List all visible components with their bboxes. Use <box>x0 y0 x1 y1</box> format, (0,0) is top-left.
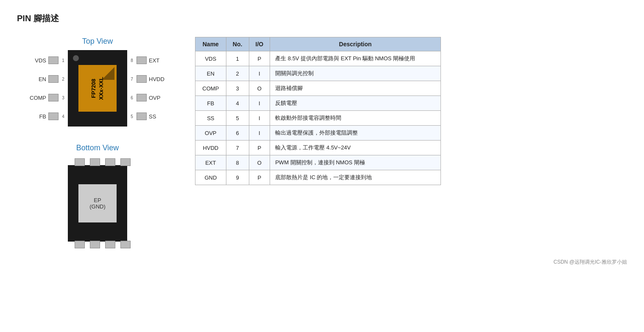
cell-name: SS <box>195 111 226 126</box>
cell-io: P <box>249 51 270 66</box>
ic-top-view: VDS 1 EN 2 COMP 3 FB <box>25 50 170 127</box>
table-row: EXT 8 O PWM 開關控制，連接到 NMOS 閘極 <box>195 155 441 170</box>
table-container: Name No. I/O Description VDS 1 P 產生 8.5V… <box>195 37 441 185</box>
top-view-label: Top View <box>82 37 113 46</box>
pin-description-table: Name No. I/O Description VDS 1 P 產生 8.5V… <box>195 37 441 185</box>
bv-pin-b4 <box>120 241 131 248</box>
cell-name: EN <box>195 66 226 81</box>
cell-desc: 產生 8.5V 提供內部電路與 EXT Pin 驅動 NMOS 閘極使用 <box>270 51 441 66</box>
cell-no: 9 <box>226 170 249 185</box>
bv-ep-label1: EP <box>94 197 101 203</box>
table-row: HVDD 7 P 輸入電源，工作電壓 4.5V~24V <box>195 141 441 155</box>
cell-desc: 輸入電源，工作電壓 4.5V~24V <box>270 141 441 155</box>
pin-number-5: 5 <box>127 112 137 121</box>
pin-box-3 <box>48 94 59 101</box>
bv-pin-t4 <box>120 158 131 166</box>
pin-label-hvdd: HVDD <box>147 76 170 82</box>
pin-number-6: 6 <box>127 93 137 102</box>
content-area: Top View VDS 1 EN 2 COMP <box>17 37 627 250</box>
table-row: SS 5 I 軟啟動外部接電容調整時間 <box>195 111 441 126</box>
bv-pin-b1 <box>75 241 85 248</box>
pin-row-ext: 8 EXT <box>127 51 170 70</box>
ic-bottom-view: EP (GND) <box>55 157 140 250</box>
table-row: OVP 6 I 輸出過電壓保護，外部接電阻調整 <box>195 126 441 141</box>
cell-name: COMP <box>195 81 226 96</box>
pin-label-ovp: OVP <box>147 95 170 101</box>
bv-pin-t2 <box>90 158 100 166</box>
pin-row-ss: 5 SS <box>127 107 170 126</box>
cell-no: 1 <box>226 51 249 66</box>
cell-no: 4 <box>226 96 249 111</box>
page-title: PIN 腳描述 <box>17 13 627 24</box>
pin-number-4: 4 <box>59 112 68 121</box>
right-pins: 8 EXT 7 HVDD 6 OVP 5 <box>127 51 170 126</box>
bv-pin-b2 <box>90 241 100 248</box>
diagrams-panel: Top View VDS 1 EN 2 COMP <box>17 37 178 250</box>
pin-number-7: 7 <box>127 74 137 84</box>
cell-name: HVDD <box>195 141 226 155</box>
ic-text: FP7208 XXx-XXL <box>90 77 105 100</box>
bv-ep-pad: EP (GND) <box>78 184 117 222</box>
table-row: VDS 1 P 產生 8.5V 提供內部電路與 EXT Pin 驅動 NMOS … <box>195 51 441 66</box>
col-header-desc: Description <box>270 37 441 51</box>
pin-number-3: 3 <box>59 93 68 102</box>
pin-row-comp: COMP 3 <box>25 88 68 107</box>
col-header-no: No. <box>226 37 249 51</box>
pin-box-4 <box>48 113 59 120</box>
ic-chip-art: FP7208 XXx-XXL <box>78 65 117 112</box>
pin-label-en: EN <box>25 76 48 82</box>
bv-pin-t3 <box>105 158 115 166</box>
bv-ep-label2: (GND) <box>89 203 106 210</box>
pin-number-8: 8 <box>127 56 137 65</box>
ic-name-line2: XXx-XXL <box>98 77 105 100</box>
table-row: COMP 3 O 迴路補償腳 <box>195 81 441 96</box>
cell-no: 2 <box>226 66 249 81</box>
cell-name: GND <box>195 170 226 185</box>
cell-io: I <box>249 96 270 111</box>
cell-no: 5 <box>226 111 249 126</box>
pin-box-8 <box>137 56 147 64</box>
pin-label-comp: COMP <box>25 95 48 101</box>
pin-box-7 <box>137 75 147 83</box>
pin-number-2: 2 <box>59 74 68 84</box>
pin-row-ovp: 6 OVP <box>127 88 170 107</box>
pin-row-fb: FB 4 <box>25 107 68 126</box>
table-row: GND 9 P 底部散熱片是 IC 的地，一定要連接到地 <box>195 170 441 185</box>
cell-desc: PWM 開關控制，連接到 NMOS 閘極 <box>270 155 441 170</box>
cell-io: I <box>249 126 270 141</box>
cell-no: 8 <box>226 155 249 170</box>
left-pins: VDS 1 EN 2 COMP 3 FB <box>25 51 68 126</box>
ic-circle-mark <box>73 55 79 61</box>
cell-desc: 軟啟動外部接電容調整時間 <box>270 111 441 126</box>
pin-number-1: 1 <box>59 56 68 65</box>
cell-name: OVP <box>195 126 226 141</box>
cell-io: O <box>249 155 270 170</box>
bottom-view-diagram: Bottom View EP (GND) <box>55 143 140 250</box>
cell-name: EXT <box>195 155 226 170</box>
pin-box-1 <box>48 56 59 64</box>
bv-pin-b3 <box>105 241 115 248</box>
cell-io: P <box>249 141 270 155</box>
table-row: FB 4 I 反饋電壓 <box>195 96 441 111</box>
pin-label-ss: SS <box>147 113 170 120</box>
cell-desc: 反饋電壓 <box>270 96 441 111</box>
ic-body-top: FP7208 XXx-XXL <box>68 50 127 127</box>
pin-label-vds: VDS <box>25 57 48 64</box>
pin-label-fb: FB <box>25 113 48 120</box>
footer: CSDN @远翔调光IC-雅欣罗小姐 <box>17 259 627 266</box>
pin-row-hvdd: 7 HVDD <box>127 70 170 88</box>
pin-box-2 <box>48 75 59 83</box>
col-header-name: Name <box>195 37 226 51</box>
cell-no: 6 <box>226 126 249 141</box>
cell-io: O <box>249 81 270 96</box>
cell-io: I <box>249 66 270 81</box>
pin-row-en: EN 2 <box>25 70 68 88</box>
bv-pin-t1 <box>75 158 85 166</box>
cell-no: 3 <box>226 81 249 96</box>
col-header-io: I/O <box>249 37 270 51</box>
cell-name: FB <box>195 96 226 111</box>
ic-name-line1: FP7208 <box>90 79 98 98</box>
cell-no: 7 <box>226 141 249 155</box>
pin-row-vds: VDS 1 <box>25 51 68 70</box>
pin-box-5 <box>137 113 147 120</box>
